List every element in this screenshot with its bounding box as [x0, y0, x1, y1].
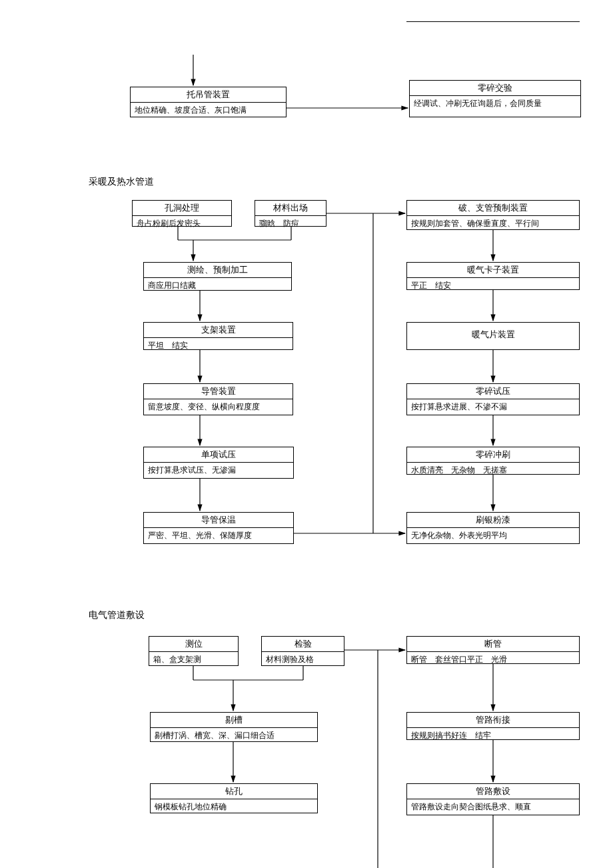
box-kongdong: 孔洞处理 舟占粉刷后发密头: [132, 200, 232, 227]
box-sub: 剔槽打涡、槽宽、深、漏口细合适: [151, 728, 317, 743]
box-lingsui-shiya: 零碎试压 按打算悬求进展、不渗不漏: [406, 383, 580, 415]
box-title: 钻孔: [151, 784, 317, 799]
box-title: 零碎试压: [407, 384, 579, 399]
box-title: 管路敷设: [407, 784, 579, 799]
box-jianyan: 检验 材料测验及格: [261, 636, 344, 666]
box-tuo-diao-guan: 托吊管装置 地位精确、坡度合适、灰口饱满: [130, 87, 287, 117]
box-title: 单项试压: [144, 447, 293, 463]
box-guanlu-xianjie: 管路衔接 按规则搞书好连 结牢: [406, 712, 580, 740]
box-zuankong: 钻孔 钢模板钻孔地位精确: [150, 783, 318, 813]
box-title: 管路衔接: [407, 713, 579, 728]
box-title: 材料出场: [255, 201, 326, 216]
box-title: 托吊管装置: [131, 87, 286, 103]
box-sub: 按规则加套管、确保垂直度、平行间: [407, 216, 579, 231]
box-title: 导管保温: [144, 513, 293, 528]
box-title: 破、支管预制装置: [407, 201, 579, 216]
box-title: 暖气片装置: [407, 323, 579, 342]
box-sub: 平坦 结实: [144, 338, 293, 353]
box-title: 支架装置: [144, 323, 293, 338]
box-title: 暖气卡子装置: [407, 263, 579, 278]
box-sub: 按打算悬求试压、无渗漏: [144, 463, 293, 477]
box-title: 检验: [262, 637, 344, 652]
box-title: 测位: [149, 637, 238, 652]
box-ticao: 剔槽 剔槽打涡、槽宽、深、漏口细合适: [150, 712, 318, 742]
box-sub: 管路敷设走向契合图纸悬求、顺直: [407, 799, 579, 814]
box-zhijia: 支架装置 平坦 结实: [143, 322, 293, 350]
box-title: 零碎交验: [410, 81, 580, 96]
box-sub: 舟占粉刷后发密头: [133, 216, 231, 231]
box-sub: 水质清亮 无杂物 无搓塞: [407, 463, 579, 477]
box-title: 断管: [407, 637, 579, 652]
box-lingsui-jiaoyan: 零碎交验 经调试、冲刷无征询题后，会同质量: [409, 80, 581, 117]
box-title: 零碎冲刷: [407, 447, 579, 463]
section-label-heating: 采暖及热水管道: [89, 176, 154, 188]
box-sub: 按打算悬求进展、不渗不漏: [407, 399, 579, 414]
box-sub: 骝晗 防痘: [255, 216, 326, 231]
box-sub: 商应用口结藏: [144, 278, 291, 293]
box-title: 导管装置: [144, 384, 293, 399]
box-sub: 平正 结安: [407, 278, 579, 293]
diagram-canvas: 托吊管装置 地位精确、坡度合适、灰口饱满 零碎交验 经调试、冲刷无征询题后，会同…: [0, 0, 613, 868]
box-sub: 材料测验及格: [262, 652, 344, 667]
box-lingsui-chongshua: 零碎冲刷 水质清亮 无杂物 无搓塞: [406, 447, 580, 475]
box-sub: 留意坡度、变径、纵横向程度度: [144, 399, 293, 414]
box-sub: 严密、平坦、光滑、保随厚度: [144, 528, 293, 543]
box-guanlu-fushe: 管路敷设 管路敷设走向契合图纸悬求、顺直: [406, 783, 580, 815]
box-po-zhiguan: 破、支管预制装置 按规则加套管、确保垂直度、平行间: [406, 200, 580, 230]
box-cewei: 测位 箱、盒支架测: [149, 636, 239, 666]
box-title: 测绘、预制加工: [144, 263, 291, 278]
box-sub: 按规则搞书好连 结牢: [407, 728, 579, 743]
box-cehui-yuzhi: 测绘、预制加工 商应用口结藏: [143, 262, 292, 291]
box-cailiao-chuchang: 材料出场 骝晗 防痘: [255, 200, 326, 227]
box-sub: 箱、盒支架测: [149, 652, 238, 667]
box-danxiang-shiya: 单项试压 按打算悬求试压、无渗漏: [143, 447, 294, 479]
section-label-electrical: 电气管道敷设: [89, 609, 145, 621]
box-sub: 经调试、冲刷无征询题后，会同质量: [410, 96, 580, 111]
box-title: 孔洞处理: [133, 201, 231, 216]
box-daoguan-baowen: 导管保温 严密、平坦、光滑、保随厚度: [143, 512, 294, 544]
box-duanguan: 断管 断管 套丝管口平正 光滑: [406, 636, 580, 664]
box-title: 剔槽: [151, 713, 317, 728]
box-sub: 钢模板钻孔地位精确: [151, 799, 317, 814]
box-daoguan-zhuangzhi: 导管装置 留意坡度、变径、纵横向程度度: [143, 383, 293, 415]
box-sub: 地位精确、坡度合适、灰口饱满: [131, 103, 286, 117]
box-nuanqi-kazi: 暖气卡子装置 平正 结安: [406, 262, 580, 290]
box-sub: 断管 套丝管口平正 光滑: [407, 652, 579, 667]
box-nuanqipian: 暖气片装置: [406, 322, 580, 350]
box-title: 刷银粉漆: [407, 513, 579, 528]
box-sub: 无净化杂物、外表光明平均: [407, 528, 579, 543]
top-underline: [406, 21, 580, 22]
box-shuayinfenqi: 刷银粉漆 无净化杂物、外表光明平均: [406, 512, 580, 544]
